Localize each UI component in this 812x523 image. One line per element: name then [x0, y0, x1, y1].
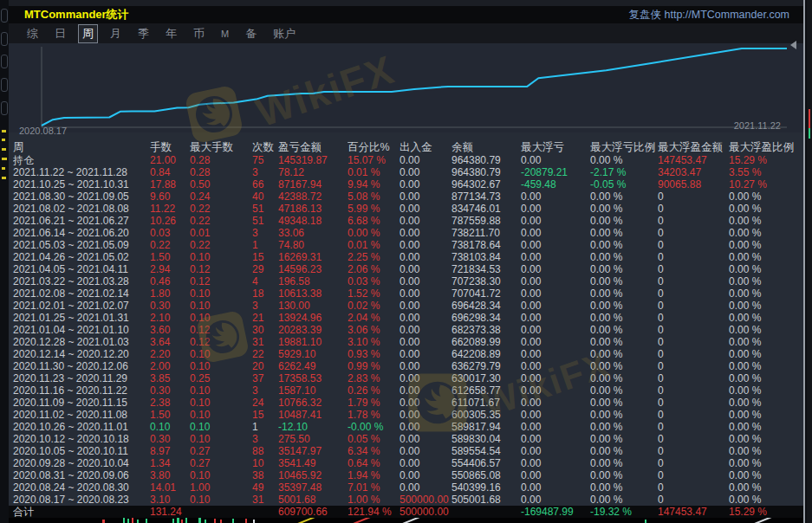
edge-marker [2, 177, 6, 179]
table-row[interactable]: 2020.11.09 ~ 2020.11.152.380.102410766.3… [9, 397, 803, 409]
table-row[interactable]: 持仓21.000.2875145319.8715.07 %0.00964380.… [9, 154, 803, 166]
table-row[interactable]: 2021.04.05 ~ 2021.04.112.940.122914596.2… [9, 263, 803, 275]
column-header-deposit-withdraw[interactable]: 出入金 [400, 141, 451, 154]
cell-max-float-profit: 0 [658, 372, 729, 384]
table-row[interactable]: 2020.11.02 ~ 2020.11.081.500.101510487.4… [9, 409, 803, 421]
cell-max-float-loss-ratio: 0.00 % [590, 190, 658, 203]
cell-max-lots: 0.10 [190, 251, 252, 263]
cell-trades: 1 [252, 239, 278, 251]
menu-item-日[interactable]: 日 [50, 24, 70, 43]
chart-scroll-arrow[interactable] [786, 41, 796, 49]
table-row[interactable]: 2020.10.05 ~ 2020.10.118.970.278835147.9… [9, 445, 803, 457]
menu-item-月[interactable]: 月 [106, 24, 126, 43]
cell-period: 2021.10.25 ~ 2021.10.31 [13, 178, 150, 190]
cell-max-float-profit: 90065.88 [658, 178, 729, 190]
total-row[interactable]: 合计131.24609700.66121.94 %500000.00-16948… [9, 506, 803, 518]
cell-period: 2021.08.30 ~ 2021.09.05 [13, 190, 150, 203]
table-row[interactable]: 2021.08.30 ~ 2021.09.059.600.244042388.7… [9, 190, 803, 203]
cell-deposit-withdraw: 0.00 [400, 445, 451, 457]
table-row[interactable]: 2020.12.28 ~ 2021.01.033.640.123119881.1… [9, 336, 803, 348]
table-row[interactable]: 2021.01.25 ~ 2021.01.312.100.102113924.9… [9, 312, 803, 324]
candlestick-fragment [214, 519, 216, 523]
table-row[interactable]: 2021.02.01 ~ 2021.02.070.300.103130.000.… [9, 300, 803, 312]
table-row[interactable]: 2020.08.31 ~ 2020.09.063.800.103810465.9… [9, 469, 803, 481]
table-row[interactable]: 2020.09.28 ~ 2020.10.041.340.27103541.49… [9, 457, 803, 469]
menu-item-M[interactable]: M [217, 27, 233, 41]
cell-deposit-withdraw: 0.00 [400, 469, 451, 481]
column-header-trades[interactable]: 次数 [252, 141, 278, 154]
table-row[interactable]: 2020.11.30 ~ 2020.12.062.000.10206262.49… [9, 360, 803, 372]
cell-lots: 0.84 [150, 166, 190, 178]
table-row[interactable]: 2021.05.03 ~ 2021.05.090.220.22174.800.0… [9, 239, 803, 251]
cell-max-float-loss-ratio: 0.00 % [590, 287, 658, 300]
table-row[interactable]: 2021.02.08 ~ 2021.02.141.800.101810613.3… [9, 287, 803, 300]
cell-pl-percent: 1.78 % [348, 409, 400, 421]
cell-pl-amount: 19881.10 [278, 336, 348, 348]
table-row[interactable]: 2020.08.17 ~ 2020.08.233.100.10315001.68… [9, 494, 803, 506]
cell-period: 2020.12.28 ~ 2021.01.03 [13, 336, 150, 348]
column-header-max-float-profit[interactable]: 最大浮盈金额 [658, 141, 729, 154]
cell-max-lots: 0.24 [190, 190, 252, 203]
toolbar-button-edge [1, 55, 8, 68]
column-header-pl-amount[interactable]: 盈亏金额 [278, 141, 348, 154]
table-row[interactable]: 2021.04.26 ~ 2021.05.021.500.101516269.3… [9, 251, 803, 263]
candlestick-fragment [146, 519, 147, 523]
menu-item-综[interactable]: 综 [23, 24, 42, 43]
stats-table-header: 周手数最大手数次数盈亏金额百分比%出入金余额最大浮亏最大浮亏比例最大浮盈金额最大… [9, 141, 803, 154]
table-row[interactable]: 2021.10.25 ~ 2021.10.3117.880.506687167.… [9, 178, 803, 190]
table-row[interactable]: 2021.06.21 ~ 2021.06.2710.260.225149348.… [9, 215, 803, 227]
menu-item-周[interactable]: 周 [78, 24, 98, 43]
cell-period: 2020.12.14 ~ 2020.12.20 [13, 348, 150, 360]
cell-max-float-profit-ratio: 0.00 % [729, 203, 803, 215]
table-row[interactable]: 2020.10.12 ~ 2020.10.180.300.103275.500.… [9, 433, 803, 445]
column-header-max-float-profit-ratio[interactable]: 最大浮盈比例 [729, 141, 803, 154]
brand-link[interactable]: 复盘侠 http://MTCommander.com [629, 8, 803, 23]
cell-lots: 3.60 [150, 324, 190, 336]
cell-max-float-loss-ratio: 0.00 % [590, 227, 658, 239]
table-row[interactable]: 2021.03.22 ~ 2021.03.280.460.124196.580.… [9, 275, 803, 287]
edge-marker [2, 139, 5, 141]
cell-max-float-loss-ratio: -0.05 % [590, 178, 658, 190]
table-row[interactable]: 2020.10.26 ~ 2020.11.010.100.101-12.10-0… [9, 421, 803, 433]
table-row[interactable]: 2021.01.04 ~ 2021.01.103.600.123020283.3… [9, 324, 803, 336]
cell-lots: 0.30 [150, 433, 190, 445]
column-header-max-float-loss[interactable]: 最大浮亏 [521, 141, 590, 154]
candlestick-fragment [172, 519, 174, 523]
cell-max-float-loss-ratio: 0.00 % [590, 348, 658, 360]
edge-marker [2, 148, 6, 151]
column-header-max-lots[interactable]: 最大手数 [190, 141, 252, 154]
balance-chart[interactable]: 2020.08.17 2021.11.22 [9, 43, 803, 132]
column-header-max-float-loss-ratio[interactable]: 最大浮亏比例 [590, 141, 658, 154]
table-row[interactable]: 2020.08.24 ~ 2020.08.3014.011.004935397.… [9, 481, 803, 494]
column-header-pl-percent[interactable]: 百分比% [348, 141, 400, 154]
cell-period: 2021.04.26 ~ 2021.05.02 [13, 251, 150, 263]
candlestick-fragment [220, 520, 222, 523]
cell-max-lots [190, 506, 252, 518]
cell-deposit-withdraw: 0.00 [400, 384, 451, 397]
table-row[interactable]: 2020.11.16 ~ 2020.11.220.300.1031587.100… [9, 384, 803, 397]
menu-item-年[interactable]: 年 [161, 24, 181, 43]
column-header-lots[interactable]: 手数 [150, 141, 190, 154]
table-row[interactable]: 2021.08.02 ~ 2021.08.0811.220.225147186.… [9, 203, 803, 215]
cell-pl-amount: 5929.10 [278, 348, 348, 360]
cell-period: 2021.11.22 ~ 2021.11.28 [13, 166, 150, 178]
column-header-balance[interactable]: 余额 [451, 141, 521, 154]
cell-max-float-profit: 0 [658, 336, 729, 348]
menu-item-备[interactable]: 备 [241, 24, 261, 43]
cell-deposit-withdraw: 500000.00 [400, 494, 451, 506]
cell-max-float-profit-ratio: 0.00 % [729, 384, 803, 397]
column-header-period[interactable]: 周 [13, 141, 150, 154]
cell-balance: 964380.79 [451, 154, 521, 166]
candlestick-fragment [253, 520, 255, 523]
table-row[interactable]: 2020.11.23 ~ 2020.11.293.850.253717358.5… [9, 372, 803, 384]
menu-item-季[interactable]: 季 [133, 24, 153, 43]
cell-max-float-loss-ratio: 0.00 % [590, 457, 658, 469]
table-row[interactable]: 2020.12.14 ~ 2020.12.202.200.10225929.10… [9, 348, 803, 360]
cell-max-float-loss-ratio: 0.00 % [590, 397, 658, 409]
cell-trades: 24 [252, 397, 278, 409]
menu-item-账户[interactable]: 账户 [269, 24, 300, 43]
table-row[interactable]: 2021.11.22 ~ 2021.11.280.840.28378.120.0… [9, 166, 803, 178]
menu-item-币[interactable]: 币 [189, 24, 209, 43]
table-row[interactable]: 2021.06.14 ~ 2021.06.200.030.01333.060.0… [9, 227, 803, 239]
cell-balance: 540399.16 [451, 481, 521, 494]
